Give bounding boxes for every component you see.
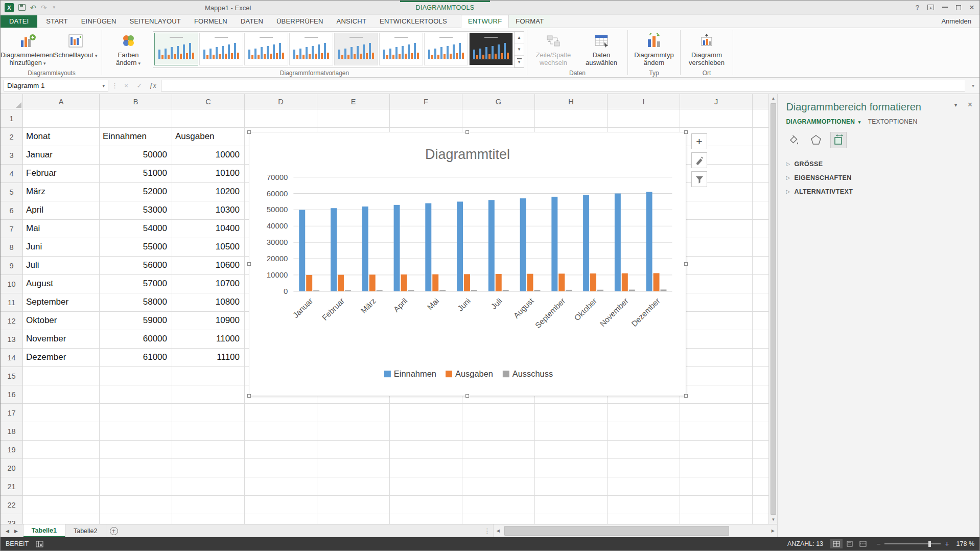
cell-partial-2[interactable] bbox=[753, 128, 769, 146]
chart-style-3[interactable] bbox=[244, 33, 288, 65]
horizontal-scroll-thumb[interactable] bbox=[504, 526, 729, 536]
vertical-scroll-thumb[interactable] bbox=[771, 103, 776, 515]
chart-style-6[interactable] bbox=[379, 33, 423, 65]
cell-E20[interactable] bbox=[317, 459, 390, 477]
effects-icon[interactable] bbox=[808, 132, 824, 148]
cell-partial-1[interactable] bbox=[753, 109, 769, 128]
gallery-scroll-down-icon[interactable]: ▼ bbox=[515, 43, 524, 55]
cell-partial-21[interactable] bbox=[753, 477, 769, 496]
qat-dropdown-icon[interactable]: ▾ bbox=[53, 5, 55, 10]
select-data-button[interactable]: Daten auswählen bbox=[578, 30, 625, 69]
cell-partial-3[interactable] bbox=[753, 146, 769, 165]
cell-A12[interactable]: Oktober bbox=[23, 312, 100, 330]
vertical-scrollbar[interactable]: ▲ ▼ bbox=[768, 94, 777, 524]
cell-C17[interactable] bbox=[172, 404, 245, 422]
row-header-15[interactable]: 15 bbox=[1, 367, 23, 385]
cell-B7[interactable]: 54000 bbox=[100, 220, 172, 238]
row-header-6[interactable]: 6 bbox=[1, 201, 23, 220]
cell-F1[interactable] bbox=[390, 109, 462, 128]
sheet-nav-right-icon[interactable]: ▶ bbox=[14, 529, 18, 534]
cell-A15[interactable] bbox=[23, 367, 100, 385]
row-header-14[interactable]: 14 bbox=[1, 349, 23, 367]
cell-A6[interactable]: April bbox=[23, 201, 100, 220]
cell-A4[interactable]: Februar bbox=[23, 165, 100, 183]
cell-I19[interactable] bbox=[608, 441, 680, 459]
row-header-9[interactable]: 9 bbox=[1, 257, 23, 275]
cell-C19[interactable] bbox=[172, 441, 245, 459]
cell-C16[interactable] bbox=[172, 385, 245, 404]
cell-A11[interactable]: September bbox=[23, 293, 100, 312]
size-properties-icon[interactable] bbox=[831, 132, 846, 148]
cell-B20[interactable] bbox=[100, 459, 172, 477]
chart-styles-button[interactable] bbox=[691, 152, 707, 168]
cell-C1[interactable] bbox=[172, 109, 245, 128]
cell-J22[interactable] bbox=[680, 496, 753, 514]
cell-B11[interactable]: 58000 bbox=[100, 293, 172, 312]
confirm-entry-icon[interactable]: ✓ bbox=[134, 82, 145, 89]
cell-D21[interactable] bbox=[245, 477, 317, 496]
cell-C8[interactable]: 10500 bbox=[172, 238, 245, 257]
sheet-nav-left-icon[interactable]: ◀ bbox=[6, 529, 9, 534]
cell-H23[interactable] bbox=[535, 514, 608, 524]
cell-J8[interactable] bbox=[680, 238, 753, 257]
cell-B17[interactable] bbox=[100, 404, 172, 422]
undo-icon[interactable]: ↶ bbox=[30, 4, 36, 11]
cell-B12[interactable]: 59000 bbox=[100, 312, 172, 330]
cell-A20[interactable] bbox=[23, 459, 100, 477]
scroll-down-icon[interactable]: ▼ bbox=[769, 515, 777, 524]
cell-B3[interactable]: 50000 bbox=[100, 146, 172, 165]
select-all-button[interactable] bbox=[1, 94, 23, 109]
cell-H22[interactable] bbox=[535, 496, 608, 514]
cell-A21[interactable] bbox=[23, 477, 100, 496]
cell-J9[interactable] bbox=[680, 257, 753, 275]
change-colors-button[interactable]: Farben ändern▾ bbox=[105, 30, 152, 69]
switch-row-column-button[interactable]: Zeile/Spalte wechseln bbox=[530, 30, 577, 69]
cell-J12[interactable] bbox=[680, 312, 753, 330]
chart-style-1[interactable] bbox=[154, 33, 198, 65]
tab-textoptionen[interactable]: TEXTOPTIONEN bbox=[868, 118, 918, 125]
cell-partial-7[interactable] bbox=[753, 220, 769, 238]
cell-B13[interactable]: 60000 bbox=[100, 330, 172, 349]
cell-partial-4[interactable] bbox=[753, 165, 769, 183]
cell-G22[interactable] bbox=[462, 496, 535, 514]
cell-C2[interactable]: Ausgaben bbox=[172, 128, 245, 146]
cancel-entry-icon[interactable]: × bbox=[121, 82, 131, 89]
cell-G21[interactable] bbox=[462, 477, 535, 496]
ribbon-tab-seitenlayout[interactable]: SEITENLAYOUT bbox=[123, 15, 188, 28]
ribbon-tab-datei[interactable]: DATEI bbox=[1, 15, 37, 28]
formula-bar-handle-icon[interactable]: ⋮ bbox=[111, 82, 118, 89]
insert-function-icon[interactable]: ƒx bbox=[148, 82, 158, 90]
cell-I1[interactable] bbox=[608, 109, 680, 128]
cell-I22[interactable] bbox=[608, 496, 680, 514]
cell-partial-20[interactable] bbox=[753, 459, 769, 477]
cell-C21[interactable] bbox=[172, 477, 245, 496]
chart-resize-handle[interactable] bbox=[465, 130, 469, 134]
cell-C3[interactable]: 10000 bbox=[172, 146, 245, 165]
name-box-dropdown-icon[interactable]: ▾ bbox=[102, 83, 105, 88]
cell-J10[interactable] bbox=[680, 275, 753, 293]
ribbon-tab-entwicklertools[interactable]: ENTWICKLERTOOLS bbox=[373, 15, 454, 28]
scroll-right-icon[interactable]: ▶ bbox=[768, 529, 777, 533]
row-header-19[interactable]: 19 bbox=[1, 441, 23, 459]
cell-E23[interactable] bbox=[317, 514, 390, 524]
row-header-20[interactable]: 20 bbox=[1, 459, 23, 477]
cell-A3[interactable]: Januar bbox=[23, 146, 100, 165]
expand-formula-bar-icon[interactable]: ▾ bbox=[968, 83, 978, 88]
cell-partial-8[interactable] bbox=[753, 238, 769, 257]
cell-C9[interactable]: 10600 bbox=[172, 257, 245, 275]
chart-resize-handle[interactable] bbox=[247, 262, 251, 266]
column-header-d[interactable]: D bbox=[245, 94, 317, 109]
sheet-tab-tabelle2[interactable]: Tabelle2 bbox=[65, 524, 106, 537]
cell-H1[interactable] bbox=[535, 109, 608, 128]
cell-B9[interactable]: 56000 bbox=[100, 257, 172, 275]
cell-J19[interactable] bbox=[680, 441, 753, 459]
zoom-out-icon[interactable]: − bbox=[876, 540, 880, 548]
chart-resize-handle[interactable] bbox=[684, 262, 688, 266]
pane-options-icon[interactable]: ▾ bbox=[954, 102, 957, 108]
cell-E18[interactable] bbox=[317, 422, 390, 441]
cell-D20[interactable] bbox=[245, 459, 317, 477]
chart-resize-handle[interactable] bbox=[247, 394, 251, 398]
close-window-icon[interactable]: × bbox=[969, 3, 974, 12]
column-header-c[interactable]: C bbox=[172, 94, 245, 109]
cell-C10[interactable]: 10700 bbox=[172, 275, 245, 293]
